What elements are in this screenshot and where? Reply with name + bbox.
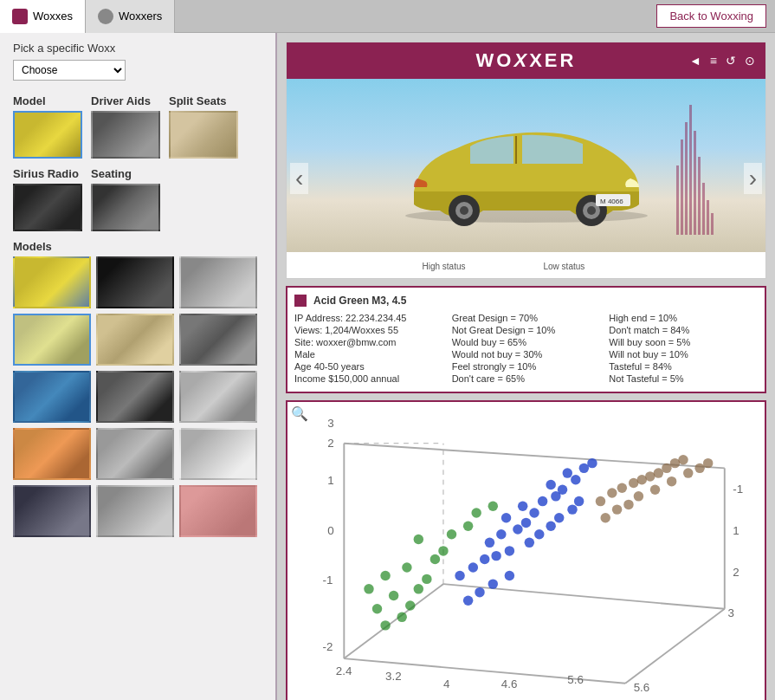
left-panel: ▶ Pick a specific Woxx Choose Model Driv… bbox=[0, 33, 277, 700]
category-split-seats-title: Split Seats bbox=[169, 94, 238, 107]
data-row-income: Income $150,000 annual bbox=[294, 373, 443, 385]
category-split-seats-img[interactable] bbox=[169, 111, 238, 159]
woxxer-title: WOXXER bbox=[476, 49, 577, 72]
data-row-not-great: Not Great Design = 10% bbox=[452, 324, 601, 336]
svg-point-62 bbox=[529, 508, 539, 517]
panel-collapse-arrow[interactable]: ▶ bbox=[275, 349, 277, 384]
svg-line-12 bbox=[625, 609, 725, 684]
data-row-buy-soon: Will buy soon = 5% bbox=[609, 336, 758, 348]
data-row-views: Views: 1,204/Woxxes 55 bbox=[294, 324, 443, 336]
model-item-8[interactable] bbox=[96, 371, 174, 423]
svg-point-54 bbox=[480, 554, 489, 564]
svg-point-95 bbox=[634, 491, 643, 501]
svg-point-40 bbox=[414, 584, 423, 593]
svg-point-93 bbox=[612, 504, 622, 514]
svg-point-42 bbox=[422, 574, 431, 584]
svg-point-91 bbox=[678, 455, 688, 464]
svg-text:-1: -1 bbox=[322, 574, 333, 587]
svg-point-88 bbox=[654, 468, 663, 477]
axis-low-status: Low status bbox=[544, 262, 585, 271]
refresh-icon[interactable]: ↺ bbox=[726, 54, 736, 68]
share-icon[interactable]: ◄ bbox=[689, 54, 701, 68]
model-item-14[interactable] bbox=[96, 485, 174, 537]
model-item-4[interactable] bbox=[13, 314, 91, 366]
svg-text:-2: -2 bbox=[322, 640, 333, 653]
scatter-plot: 2.4 3.2 4 4.6 5.6 5.6 3 2 1 -1 -2 -1 0 1… bbox=[294, 409, 758, 700]
model-item-5[interactable] bbox=[96, 314, 174, 366]
bars-right bbox=[676, 96, 714, 235]
svg-point-89 bbox=[662, 463, 671, 473]
svg-point-71 bbox=[587, 458, 597, 468]
woxxes-icon bbox=[12, 9, 28, 24]
category-seating-img[interactable] bbox=[91, 184, 160, 231]
tab-woxxes-label: Woxxes bbox=[33, 10, 73, 23]
svg-point-94 bbox=[623, 500, 633, 509]
svg-point-82 bbox=[596, 496, 605, 506]
tab-woxxers[interactable]: Woxxers bbox=[86, 0, 175, 33]
data-row-site: Site: woxxer@bmw.com bbox=[294, 336, 443, 348]
svg-point-66 bbox=[558, 484, 567, 494]
model-img-inner bbox=[15, 113, 81, 157]
svg-point-84 bbox=[617, 483, 627, 493]
list-icon[interactable]: ≡ bbox=[710, 54, 717, 68]
svg-text:5.6: 5.6 bbox=[634, 681, 650, 694]
svg-text:3.2: 3.2 bbox=[385, 670, 402, 683]
woxxer-icons: ◄ ≡ ↺ ⊙ bbox=[689, 54, 755, 68]
choose-select[interactable]: Choose bbox=[13, 60, 126, 81]
data-row-would-buy: Would buy = 65% bbox=[452, 336, 601, 348]
svg-point-60 bbox=[521, 518, 531, 528]
woxxer-header: WOXXER ◄ ≡ ↺ ⊙ bbox=[287, 42, 765, 79]
model-item-7[interactable] bbox=[13, 371, 91, 423]
data-row-great-design: Great Design = 70% bbox=[452, 312, 601, 324]
svg-point-45 bbox=[430, 554, 440, 564]
svg-point-79 bbox=[475, 587, 484, 597]
svg-point-72 bbox=[525, 538, 534, 548]
svg-point-98 bbox=[683, 468, 693, 477]
model-item-3[interactable] bbox=[179, 256, 257, 308]
circle-icon[interactable]: ⊙ bbox=[745, 54, 755, 68]
model-item-12[interactable] bbox=[179, 428, 257, 480]
model-item-1[interactable] bbox=[13, 256, 91, 308]
svg-point-49 bbox=[463, 522, 473, 531]
svg-point-81 bbox=[505, 571, 514, 580]
tab-woxxes[interactable]: Woxxes bbox=[0, 0, 86, 33]
svg-point-67 bbox=[546, 480, 555, 489]
svg-text:4: 4 bbox=[443, 677, 450, 690]
model-item-13[interactable] bbox=[13, 485, 91, 537]
models-title: Models bbox=[13, 240, 262, 253]
categories-row1: Model Driver Aids Split Seats bbox=[0, 89, 275, 162]
choose-select-wrapper: Choose bbox=[0, 60, 275, 89]
category-sirius-img[interactable] bbox=[13, 184, 82, 231]
svg-point-41 bbox=[364, 584, 373, 593]
svg-point-80 bbox=[488, 579, 498, 588]
model-item-10[interactable] bbox=[13, 428, 91, 480]
nav-right-arrow[interactable]: › bbox=[744, 163, 762, 194]
data-card-header: Acid Green M3, 4.5 bbox=[294, 295, 758, 307]
svg-text:2: 2 bbox=[733, 566, 739, 579]
svg-point-69 bbox=[563, 468, 572, 477]
svg-point-43 bbox=[380, 571, 390, 580]
model-item-11[interactable] bbox=[96, 428, 174, 480]
svg-text:0: 0 bbox=[327, 524, 333, 537]
category-seating-title: Seating bbox=[91, 167, 160, 180]
svg-point-44 bbox=[402, 562, 411, 572]
category-driver-aids-title: Driver Aids bbox=[91, 94, 160, 107]
category-model-img[interactable] bbox=[13, 111, 82, 159]
nav-left-arrow[interactable]: ‹ bbox=[290, 163, 308, 194]
model-item-6[interactable] bbox=[179, 314, 257, 366]
data-col2: Great Design = 70% Not Great Design = 10… bbox=[452, 312, 601, 385]
model-item-15[interactable] bbox=[179, 485, 257, 537]
model-item-9[interactable] bbox=[179, 371, 257, 423]
svg-point-50 bbox=[471, 508, 481, 517]
model-item-2[interactable] bbox=[96, 256, 174, 308]
data-row-age: Age 40-50 years bbox=[294, 360, 443, 373]
data-row-not-tasteful: Not Tasteful = 5% bbox=[609, 373, 758, 385]
svg-point-92 bbox=[600, 513, 610, 522]
category-driver-aids-img[interactable] bbox=[91, 111, 160, 159]
magnify-icon[interactable]: 🔍 bbox=[291, 405, 308, 422]
svg-text:1: 1 bbox=[733, 524, 739, 537]
svg-point-83 bbox=[607, 488, 617, 497]
svg-text:2: 2 bbox=[327, 437, 333, 450]
categories-row2: Sirius Radio Seating bbox=[0, 162, 275, 235]
back-button[interactable]: Back to Woxxing bbox=[656, 4, 766, 28]
